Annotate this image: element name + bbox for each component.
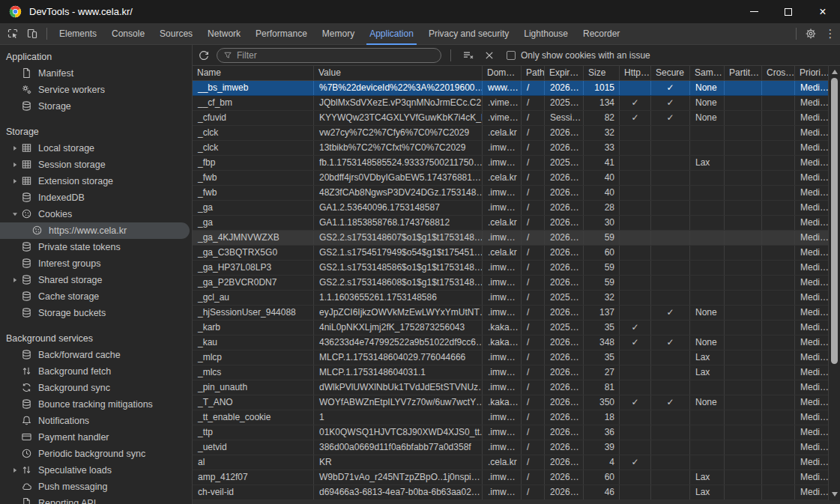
cookie-row-_fbp[interactable]: _fbpfb.1.1753148585524.93337500211750….i… — [193, 156, 828, 171]
cell-secure[interactable] — [651, 455, 690, 470]
cell-priority[interactable]: Medi… — [795, 231, 828, 245]
cookie-row-_hjSessionUser_944088[interactable]: _hjSessionUser_944088eyJpZCI6IjkzOWVkMzE… — [193, 306, 828, 321]
cell-value[interactable]: JQblMxSdVXezE.vP3qnMNoJrmECc.C2… — [314, 96, 483, 110]
cell-path[interactable]: / — [522, 216, 545, 230]
cell-path[interactable]: / — [522, 276, 545, 290]
sidebar-item-notifications[interactable]: Notifications — [0, 413, 192, 429]
cell-httponly[interactable] — [620, 365, 651, 380]
cell-samesite[interactable] — [690, 291, 725, 305]
cookie-row-_uetvid[interactable]: _uetvid386d00a0669d11f0a6bfabb77a0d358f.… — [193, 440, 828, 455]
cell-path[interactable]: / — [522, 186, 545, 200]
cell-domain[interactable]: .vime… — [483, 96, 522, 110]
chevron-down-icon[interactable] — [9, 208, 21, 220]
cell-domain[interactable]: .imw… — [483, 306, 522, 320]
cookie-row-_mlcs[interactable]: _mlcsMLCP.1.1753148604031.1.imw…/2026…27… — [193, 365, 828, 380]
cell-samesite[interactable] — [690, 261, 725, 275]
cell-partition[interactable] — [725, 156, 762, 170]
cell-secure[interactable] — [651, 365, 690, 380]
cell-name[interactable]: _hjSessionUser_944088 — [193, 306, 314, 320]
cell-path[interactable]: / — [522, 470, 545, 485]
cell-name[interactable]: _ttp — [193, 425, 314, 440]
cookie-row-__bs_imweb[interactable]: __bs_imweb%7B%22deviceId%22%3A%22019600…… — [193, 81, 828, 96]
cell-path[interactable]: / — [522, 306, 545, 320]
cell-size[interactable]: 18 — [584, 410, 620, 425]
cell-size[interactable]: 59 — [584, 261, 620, 275]
cell-partition[interactable] — [725, 455, 762, 470]
scrollbar-thumb[interactable] — [831, 78, 838, 364]
cell-cross[interactable] — [762, 276, 795, 290]
cell-value[interactable]: eyJpZCI6IjkzOWVkMzEwLWYxYmUtNT… — [314, 306, 483, 320]
cell-path[interactable]: / — [522, 321, 545, 335]
cell-path[interactable]: / — [522, 350, 545, 365]
cell-partition[interactable] — [725, 291, 762, 305]
cell-cross[interactable] — [762, 126, 795, 140]
cell-samesite[interactable] — [690, 216, 725, 230]
cell-expires[interactable]: 2026… — [545, 455, 584, 470]
tab-console[interactable]: Console — [104, 23, 152, 45]
cell-name[interactable]: _ga_4KJMNVWZXB — [193, 231, 314, 245]
cell-samesite[interactable] — [690, 246, 725, 260]
cookie-row-amp_412f07[interactable]: amp_412f07W9bD71vAo_r245NTzpZBpO..1j0nsp… — [193, 470, 828, 485]
cell-httponly[interactable] — [620, 231, 651, 245]
cookie-row-__cf_bm[interactable]: __cf_bmJQblMxSdVXezE.vP3qnMNoJrmECc.C2….… — [193, 96, 828, 111]
cell-partition[interactable] — [725, 111, 762, 125]
cell-samesite[interactable]: Lax — [690, 485, 725, 500]
cell-value[interactable]: 13tbikb%7C2%7Cfxt%7C0%7C2029 — [314, 141, 483, 155]
cell-priority[interactable]: Medi… — [795, 261, 828, 275]
cell-size[interactable]: 60 — [584, 470, 620, 485]
cell-size[interactable]: 1015 — [584, 81, 620, 95]
cell-expires[interactable]: 2026… — [545, 470, 584, 485]
cell-value[interactable]: GS2.2.s1753148607$o1$g1$t1753148… — [314, 231, 483, 245]
cell-secure[interactable] — [651, 141, 690, 155]
column-header-expires[interactable]: Expir… — [545, 66, 584, 81]
cell-secure[interactable] — [651, 425, 690, 440]
cell-partition[interactable] — [725, 96, 762, 110]
cell-expires[interactable]: 2026… — [545, 380, 584, 395]
cell-httponly[interactable] — [620, 276, 651, 290]
cell-cross[interactable] — [762, 350, 795, 365]
cell-cross[interactable] — [762, 455, 795, 470]
cell-secure[interactable] — [651, 470, 690, 485]
cell-samesite[interactable] — [690, 380, 725, 395]
cell-httponly[interactable] — [620, 440, 651, 455]
cell-expires[interactable]: 2026… — [545, 216, 584, 230]
cell-secure[interactable] — [651, 246, 690, 260]
cell-expires[interactable]: 2026… — [545, 485, 584, 500]
refresh-icon[interactable] — [194, 46, 214, 65]
cell-path[interactable]: / — [522, 395, 545, 410]
cell-partition[interactable] — [725, 380, 762, 395]
cell-domain[interactable]: .cela.kr — [483, 216, 522, 230]
cell-cross[interactable] — [762, 365, 795, 380]
cell-secure[interactable]: ✓ — [651, 96, 690, 110]
cell-value[interactable]: 48Z3fCAb8NgwsP3DV24DGz.1753148… — [314, 186, 483, 200]
cell-secure[interactable]: ✓ — [651, 395, 690, 410]
cell-domain[interactable]: .imw… — [483, 350, 522, 365]
cell-samesite[interactable]: Lax — [690, 365, 725, 380]
cell-domain[interactable]: .kaka… — [483, 336, 522, 350]
cell-path[interactable]: / — [522, 156, 545, 170]
cell-cross[interactable] — [762, 306, 795, 320]
cell-size[interactable]: 60 — [584, 246, 620, 260]
cell-path[interactable]: / — [522, 440, 545, 455]
cell-expires[interactable]: 2026… — [545, 171, 584, 185]
cell-samesite[interactable]: Lax — [690, 156, 725, 170]
cell-cross[interactable] — [762, 81, 795, 95]
cell-priority[interactable]: Medi… — [795, 485, 828, 500]
cell-secure[interactable]: ✓ — [651, 81, 690, 95]
tab-recorder[interactable]: Recorder — [575, 23, 627, 45]
cell-domain[interactable]: .kaka… — [483, 395, 522, 410]
cell-cross[interactable] — [762, 261, 795, 275]
cell-expires[interactable]: 2026… — [545, 261, 584, 275]
cell-value[interactable]: MLCP.1.1753148604031.1 — [314, 365, 483, 380]
cell-size[interactable]: 137 — [584, 306, 620, 320]
column-header-httponly[interactable]: Http… — [620, 66, 651, 81]
cell-priority[interactable]: Medi… — [795, 201, 828, 215]
cell-partition[interactable] — [725, 485, 762, 500]
cell-path[interactable]: / — [522, 336, 545, 350]
sidebar-item-back-forward-cache[interactable]: Back/forward cache — [0, 347, 192, 363]
cell-partition[interactable] — [725, 336, 762, 350]
cookie-row-_gcl_au[interactable]: _gcl_au1.1.1603655261.1753148586.imw…/20… — [193, 291, 828, 306]
cell-domain[interactable]: .imw… — [483, 141, 522, 155]
cell-secure[interactable] — [651, 321, 690, 335]
cell-samesite[interactable] — [690, 171, 725, 185]
